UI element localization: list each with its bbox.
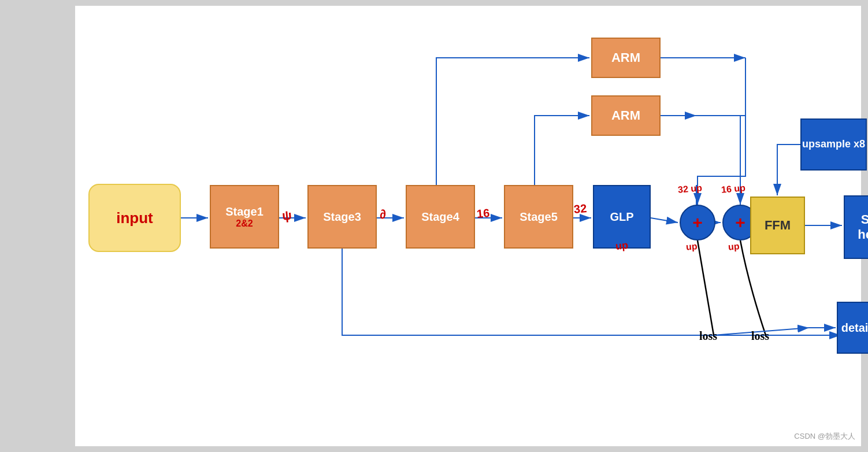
detail-label: detail head: [841, 321, 868, 335]
seg-label: Seg head: [845, 212, 868, 242]
arm1-node: ARM: [591, 38, 661, 78]
annot-stage5: 32: [573, 202, 587, 216]
upsample-node: upsample x8: [800, 118, 867, 171]
annot-plus1-bot: up: [685, 241, 698, 253]
glp-node: GLP: [593, 185, 651, 249]
stage1-label: Stage1: [225, 205, 264, 218]
annot-plus2-top: 16 up: [721, 183, 745, 195]
stage3-node: Stage3: [307, 185, 377, 249]
arm2-label: ARM: [611, 108, 640, 123]
main-canvas: input Stage1 2&2 Stage3 Stage4 Stage5 AR…: [75, 6, 861, 446]
stage5-node: Stage5: [504, 185, 573, 249]
annot-glp: up: [615, 239, 629, 253]
stage5-label: Stage5: [520, 210, 558, 224]
annot-stage1: ψ: [281, 208, 292, 223]
stage4-label: Stage4: [421, 210, 459, 224]
watermark: CSDN @勃墨大人: [794, 431, 855, 442]
arm1-label: ARM: [611, 50, 640, 65]
stage1-node: Stage1 2&2: [210, 185, 279, 249]
loss2-label: loss: [751, 329, 769, 343]
stage1-sublabel: 2&2: [236, 218, 253, 229]
input-label: input: [116, 209, 153, 227]
annot-plus1-top: 32 up: [677, 183, 702, 195]
input-node: input: [88, 184, 181, 252]
plus1-node: +: [680, 205, 715, 240]
arm2-node: ARM: [591, 95, 661, 136]
diagram-area: input Stage1 2&2 Stage3 Stage4 Stage5 AR…: [75, 6, 861, 446]
annot-stage4: 16: [476, 206, 490, 221]
glp-label: GLP: [610, 210, 633, 224]
seg-node: Seg head: [844, 195, 868, 259]
stage3-label: Stage3: [323, 210, 361, 224]
upsample-label: upsample x8: [802, 138, 865, 151]
annot-plus2-bot: up: [728, 241, 740, 253]
stage4-node: Stage4: [406, 185, 475, 249]
ffm-node: FFM: [750, 197, 805, 254]
plus1-label: +: [692, 213, 703, 232]
svg-line-8: [651, 218, 678, 223]
detail-node: detail head: [837, 302, 868, 354]
ffm-label: FFM: [765, 218, 791, 233]
plus2-label: +: [735, 213, 745, 232]
loss1-label: loss: [699, 329, 717, 343]
annot-stage3: ∂: [379, 207, 387, 223]
